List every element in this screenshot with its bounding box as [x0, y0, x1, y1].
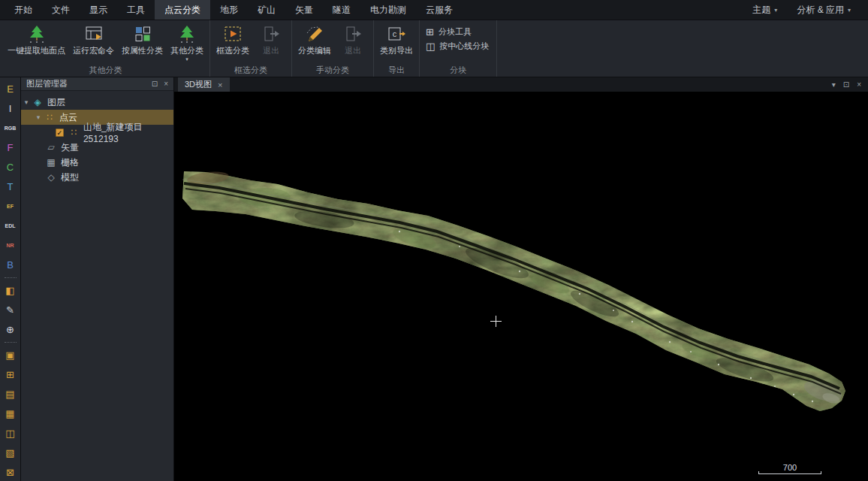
close-tab-icon[interactable]: ×: [218, 80, 222, 89]
exit-icon: [261, 24, 281, 44]
ribbon-group-label: 手动分类: [292, 64, 373, 77]
pointcloud-icon: ∷: [68, 127, 80, 138]
other-classify-dropdown-button[interactable]: 其他分类 ▾: [167, 23, 207, 63]
background-display-icon[interactable]: B: [2, 257, 19, 273]
layer-manager-panel: 图层管理器 ⊡ × ▾ ◈ 图层 ▾ ∷ 点云 ✓ ∷ 山地_新建项目: [21, 77, 174, 481]
pick-tool-icon[interactable]: ✎: [2, 302, 19, 318]
ribbon-group-export: c 类别导出 导出: [374, 20, 420, 77]
menu-item-file[interactable]: 文件: [42, 0, 80, 20]
expander-icon[interactable]: ▾: [21, 98, 32, 106]
tab-3d-view[interactable]: 3D视图 ×: [178, 77, 230, 92]
close-view-icon[interactable]: ×: [857, 80, 861, 89]
tree-label-pointcloud: 点云: [59, 111, 77, 124]
exit-icon: [343, 24, 363, 44]
toolbar-divider: [5, 342, 17, 343]
paint-bucket-icon[interactable]: ◧: [2, 283, 19, 298]
blend-display-icon[interactable]: EF: [2, 198, 19, 214]
display-toolbar: E I RGB F C T EF EDL NR B ◧ ✎ ⊕ ▣ ⊞ ▤ ▦ …: [0, 77, 21, 481]
classification-display-icon[interactable]: C: [2, 159, 19, 175]
tree-row-layers[interactable]: ▾ ◈ 图层: [21, 95, 173, 110]
intensity-display-icon[interactable]: I: [2, 101, 19, 116]
tree-row-raster[interactable]: ▦ 栅格: [21, 155, 173, 170]
close-panel-icon[interactable]: ×: [164, 80, 168, 88]
normal-display-icon[interactable]: NR: [2, 237, 19, 253]
layer-visibility-checkbox[interactable]: ✓: [56, 129, 64, 137]
ribbon-group-manual-classify: 分类编辑 退出 手动分类: [292, 20, 374, 77]
menu-item-start[interactable]: 开始: [5, 0, 42, 20]
classify-by-attribute-button[interactable]: 按属性分类: [118, 23, 167, 58]
centerline-block-button[interactable]: ◫ 按中心线分块: [426, 41, 489, 52]
menu-item-pointcloud-classify[interactable]: 点云分类: [155, 0, 210, 20]
macro-command-icon: [84, 24, 104, 44]
viewport-area: 3D视图 × ▾ ⊡ ×: [174, 77, 868, 481]
model-icon: ◇: [45, 172, 57, 183]
ribbon-group-label: 分块: [420, 64, 496, 77]
edit-pencil-icon: [305, 24, 324, 44]
toolbar-divider: [5, 277, 17, 278]
class-export-button[interactable]: c 类别导出: [376, 23, 417, 58]
pan-tool-icon[interactable]: ⊕: [2, 322, 19, 337]
attribute-grid-icon: [133, 24, 152, 44]
menu-item-mining[interactable]: 矿山: [248, 0, 285, 20]
class-export-icon: c: [387, 24, 406, 44]
extract-ground-points-button[interactable]: 一键提取地面点: [4, 23, 69, 58]
scale-bar-line: [758, 473, 821, 474]
tree-label-pointcloud-layer: 山地_新建项目2512193: [83, 121, 173, 144]
expander-icon[interactable]: ▾: [33, 113, 44, 121]
other-classify-tree-icon: [177, 24, 197, 44]
3d-canvas[interactable]: 700: [174, 92, 868, 481]
theme-menu-label: 主题: [752, 4, 770, 17]
application-window: 开始 文件 显示 工具 点云分类 地形 矿山 矢量 隧道 电力勘测 云服务 主题…: [0, 0, 868, 481]
rgb-display-icon[interactable]: RGB: [2, 120, 19, 136]
tree-label-layers: 图层: [47, 96, 65, 109]
float-view-icon[interactable]: ⊡: [843, 80, 849, 89]
profile-tool-4-icon[interactable]: ▦: [2, 406, 19, 422]
analysis-app-menu[interactable]: 分析 & 应用 ▾: [787, 4, 860, 17]
menu-tabs: 开始 文件 显示 工具 点云分类 地形 矿山 矢量 隧道 电力勘测 云服务: [0, 0, 463, 20]
menu-item-display[interactable]: 显示: [80, 0, 117, 20]
tree-row-pointcloud-layer[interactable]: ✓ ∷ 山地_新建项目2512193: [21, 125, 173, 140]
tree-label-vector: 矢量: [61, 141, 79, 154]
analysis-app-label: 分析 & 应用: [797, 4, 844, 17]
tree-label-model: 模型: [61, 171, 79, 184]
classify-edit-button[interactable]: 分类编辑: [294, 23, 335, 58]
ribbon-group-label: 导出: [374, 64, 419, 77]
profile-tool-7-icon[interactable]: ⊠: [2, 464, 19, 480]
box-select-exit-button: 退出: [253, 23, 289, 58]
tin-display-icon[interactable]: T: [2, 179, 19, 195]
layer-tree: ▾ ◈ 图层 ▾ ∷ 点云 ✓ ∷ 山地_新建项目2512193 ▱ 矢量: [21, 91, 173, 185]
scale-bar: 700: [758, 463, 821, 474]
block-tool-button[interactable]: ⊞ 分块工具: [426, 26, 472, 38]
chevron-down-icon: ▾: [774, 7, 777, 14]
profile-tool-1-icon[interactable]: ▣: [2, 347, 19, 363]
menu-item-terrain[interactable]: 地形: [210, 0, 248, 20]
menu-item-tools[interactable]: 工具: [117, 0, 155, 20]
profile-tool-2-icon[interactable]: ⊞: [2, 367, 19, 383]
profile-tool-6-icon[interactable]: ▧: [2, 445, 19, 461]
ribbon-group-label: 其他分类: [2, 64, 209, 77]
ground-tree-icon: [27, 24, 47, 44]
feature-display-icon[interactable]: F: [2, 140, 19, 156]
pointcloud-icon: ∷: [44, 112, 56, 123]
elevation-display-icon[interactable]: E: [2, 81, 19, 97]
menu-item-cloud-service[interactable]: 云服务: [416, 0, 463, 20]
float-panel-icon[interactable]: ⊡: [152, 80, 158, 88]
menu-item-vector[interactable]: 矢量: [285, 0, 323, 20]
theme-menu[interactable]: 主题 ▾: [743, 4, 787, 17]
ribbon-group-box-select: 框选分类 退出 框选分类: [210, 20, 292, 77]
ribbon-toolbar: 一键提取地面点 运行宏命令 按属性分类: [0, 20, 868, 77]
profile-tool-3-icon[interactable]: ▤: [2, 386, 19, 402]
menu-item-tunnel[interactable]: 隧道: [323, 0, 360, 20]
profile-tool-5-icon[interactable]: ◫: [2, 425, 19, 441]
menu-item-power-survey[interactable]: 电力勘测: [360, 0, 416, 20]
centerline-block-icon: ◫: [426, 41, 435, 52]
raster-icon: ▦: [45, 157, 57, 168]
vector-icon: ▱: [45, 142, 57, 153]
tab-list-caret-icon[interactable]: ▾: [832, 80, 836, 89]
run-macro-button[interactable]: 运行宏命令: [69, 23, 118, 58]
box-select-classify-button[interactable]: 框选分类: [212, 23, 253, 58]
tree-row-model[interactable]: ◇ 模型: [21, 170, 173, 185]
point-cloud-terrain: [174, 92, 868, 481]
chevron-down-icon: ▾: [848, 7, 851, 14]
edl-display-icon[interactable]: EDL: [2, 218, 19, 234]
